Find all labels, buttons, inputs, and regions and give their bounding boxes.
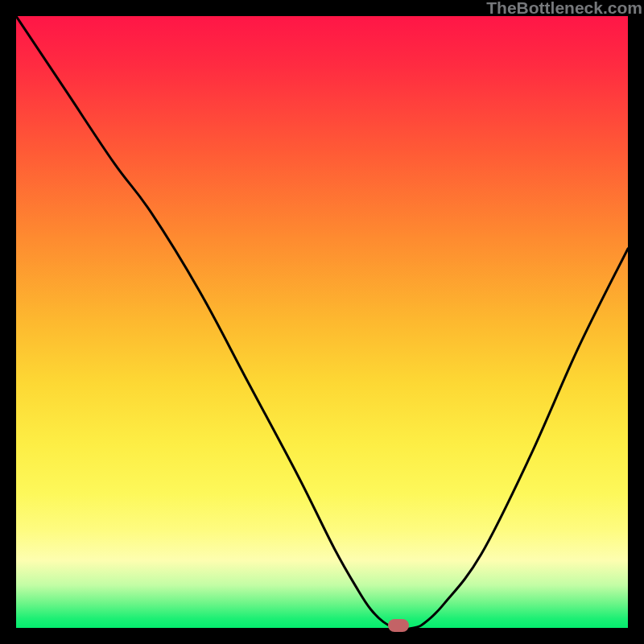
chart-area — [16, 16, 628, 628]
attribution-watermark: TheBottleneck.com — [486, 0, 642, 18]
bottleneck-curve — [16, 16, 628, 628]
optimal-point-marker — [388, 619, 410, 631]
